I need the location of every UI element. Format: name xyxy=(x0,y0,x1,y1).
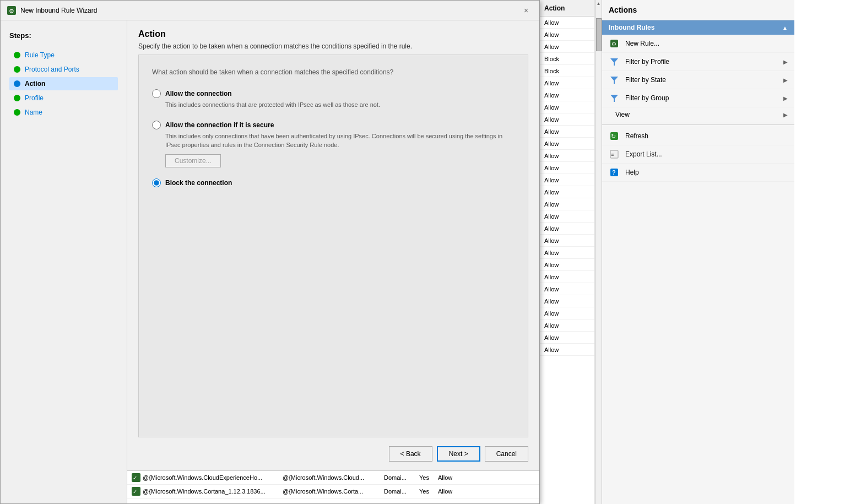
svg-text:⚙: ⚙ xyxy=(611,41,616,47)
action-row-9: Allow xyxy=(540,126,594,138)
action-row-4: Block xyxy=(540,65,594,77)
cancel-button[interactable]: Cancel xyxy=(485,446,528,462)
title-bar: ⚙ New Inbound Rule Wizard × xyxy=(1,1,539,20)
view-arrow: ▶ xyxy=(783,112,788,118)
steps-panel: Steps: Rule Type Protocol and Ports Acti… xyxy=(1,20,127,503)
customize-button[interactable]: Customize... xyxy=(165,154,221,167)
step-dot-name xyxy=(14,109,20,116)
step-label-protocol: Protocol and Ports xyxy=(25,66,79,73)
step-dot-protocol xyxy=(14,66,20,73)
action-row-25: Allow xyxy=(540,319,594,332)
close-button[interactable]: × xyxy=(519,4,533,17)
action-export-list[interactable]: ≡ Export List... xyxy=(602,145,794,164)
row-name-1: @{Microsoft.Windows.Cortana_1.12.3.1836.… xyxy=(143,488,280,495)
wizard-window: ⚙ New Inbound Rule Wizard × Steps: Rule … xyxy=(0,0,540,504)
firewall-panel: Action AllowAllowAllowBlockBlockAllowAll… xyxy=(540,0,850,504)
step-protocol-ports[interactable]: Protocol and Ports xyxy=(9,63,118,76)
action-row-18: Allow xyxy=(540,235,594,247)
block-label[interactable]: Block the connection xyxy=(152,178,515,187)
inbound-rules-chevron: ▲ xyxy=(782,25,788,31)
title-bar-left: ⚙ New Inbound Rule Wizard xyxy=(7,6,97,15)
vertical-scrollbar[interactable]: ▲ xyxy=(595,0,602,504)
next-button[interactable]: Next > xyxy=(437,446,480,462)
step-rule-type[interactable]: Rule Type xyxy=(9,48,118,62)
block-radio[interactable] xyxy=(152,178,161,187)
action-row-2: Allow xyxy=(540,41,594,53)
divider xyxy=(602,124,794,125)
action-row-21: Allow xyxy=(540,271,594,283)
action-row-24: Allow xyxy=(540,307,594,319)
row-profile-0: Domai... xyxy=(384,474,417,481)
row-action-0: Allow xyxy=(438,474,460,481)
steps-label: Steps: xyxy=(9,31,118,40)
refresh-icon: ↻ xyxy=(609,131,620,142)
step-profile[interactable]: Profile xyxy=(9,91,118,105)
export-label: Export List... xyxy=(625,150,788,158)
svg-marker-10 xyxy=(610,95,618,102)
option-allow-secure: Allow the connection if it is secure Thi… xyxy=(152,121,515,167)
scrollbar-thumb[interactable] xyxy=(596,18,602,51)
content-area: What action should be taken when a conne… xyxy=(138,55,528,437)
view-label: View xyxy=(615,111,778,118)
table-row: ✓ @{Microsoft.Windows.Cortana_1.12.3.183… xyxy=(127,485,539,498)
action-filter-state[interactable]: Filter by State ▶ xyxy=(602,71,794,89)
action-row-20: Allow xyxy=(540,259,594,271)
action-filter-group[interactable]: Filter by Group ▶ xyxy=(602,89,794,107)
action-row-12: Allow xyxy=(540,162,594,174)
action-row-26: Allow xyxy=(540,332,594,344)
action-refresh[interactable]: ↻ Refresh xyxy=(602,127,794,145)
allow-label[interactable]: Allow the connection xyxy=(152,89,515,98)
wizard-content: Steps: Rule Type Protocol and Ports Acti… xyxy=(1,20,539,503)
action-row-19: Allow xyxy=(540,247,594,259)
filter-group-label: Filter by Group xyxy=(625,94,778,102)
filter-state-icon xyxy=(609,74,620,85)
step-label-profile: Profile xyxy=(25,94,44,102)
question-text: What action should be taken when a conne… xyxy=(152,68,515,76)
scroll-up-arrow[interactable]: ▲ xyxy=(595,0,602,7)
row-group-1: @{Microsoft.Windows.Corta... xyxy=(283,488,382,495)
step-name[interactable]: Name xyxy=(9,106,118,119)
page-description: Specify the action to be taken when a co… xyxy=(138,42,528,50)
bottom-table-area: ✓ @{Microsoft.Windows.CloudExperienceHo.… xyxy=(127,470,539,503)
action-row-7: Allow xyxy=(540,101,594,113)
svg-text:⚙: ⚙ xyxy=(9,8,14,14)
filter-profile-icon xyxy=(609,56,620,67)
svg-marker-9 xyxy=(610,77,618,84)
action-view[interactable]: View ▶ xyxy=(602,107,794,122)
wizard-title: New Inbound Rule Wizard xyxy=(20,7,97,14)
action-row-17: Allow xyxy=(540,223,594,235)
table-row: ✓ @{Microsoft.Windows.CloudExperienceHo.… xyxy=(127,471,539,485)
action-row-5: Allow xyxy=(540,77,594,89)
action-row-22: Allow xyxy=(540,283,594,295)
row-action-1: Allow xyxy=(438,488,460,495)
action-row-23: Allow xyxy=(540,295,594,307)
step-action[interactable]: Action xyxy=(9,77,118,90)
action-row-10: Allow xyxy=(540,138,594,150)
allow-desc: This includes connections that are prote… xyxy=(165,100,515,110)
filter-state-label: Filter by State xyxy=(625,76,778,84)
filter-profile-arrow: ▶ xyxy=(783,59,788,65)
action-row-16: Allow xyxy=(540,210,594,223)
export-icon: ≡ xyxy=(609,149,620,160)
fw-right-content: Action AllowAllowAllowBlockBlockAllowAll… xyxy=(540,0,850,504)
row-group-0: @{Microsoft.Windows.Cloud... xyxy=(283,474,382,481)
filter-state-arrow: ▶ xyxy=(783,77,788,83)
inbound-rules-header[interactable]: Inbound Rules ▲ xyxy=(602,20,794,35)
action-row-15: Allow xyxy=(540,198,594,210)
help-icon: ? xyxy=(609,167,620,178)
allow-secure-radio[interactable] xyxy=(152,121,161,129)
back-button[interactable]: < Back xyxy=(389,446,432,462)
action-filter-profile[interactable]: Filter by Profile ▶ xyxy=(602,53,794,71)
step-label-name: Name xyxy=(25,109,42,116)
allow-title: Allow the connection xyxy=(165,90,232,97)
actions-panel-title: Actions xyxy=(602,0,794,20)
action-help[interactable]: ? Help xyxy=(602,164,794,182)
allow-radio[interactable] xyxy=(152,89,161,98)
svg-text:✓: ✓ xyxy=(133,475,137,481)
filter-profile-label: Filter by Profile xyxy=(625,58,778,66)
wizard-icon: ⚙ xyxy=(7,6,16,15)
main-content: Action Specify the action to be taken wh… xyxy=(127,20,539,503)
action-new-rule[interactable]: ⚙ New Rule... xyxy=(602,35,794,53)
step-dot-rule-type xyxy=(14,52,20,58)
allow-secure-label[interactable]: Allow the connection if it is secure xyxy=(152,121,515,129)
